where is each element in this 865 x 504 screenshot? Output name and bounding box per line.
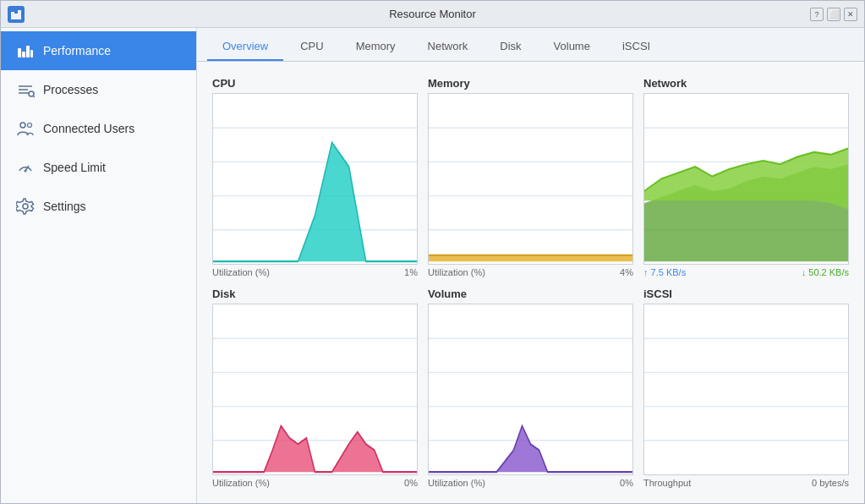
svg-point-13	[28, 123, 32, 128]
main-container: Performance Processes	[1, 28, 864, 503]
sidebar-label-connected-users: Connected Users	[43, 122, 134, 135]
network-panel: Network ↑ 7	[643, 77, 849, 277]
disk-title: Disk	[212, 288, 418, 300]
network-stats: ↑ 7.5 KB/s ↓ 50.2 KB/s	[643, 267, 849, 277]
network-stat-down: ↓ 50.2 KB/s	[802, 267, 849, 277]
sidebar-label-speed-limit: Speed Limit	[43, 161, 106, 174]
svg-rect-1	[14, 14, 18, 19]
memory-footer: Utilization (%) 4%	[428, 267, 633, 277]
svg-point-16	[23, 204, 28, 209]
memory-panel: Memory Utilization (%) 4%	[428, 77, 633, 277]
gear-icon	[16, 197, 35, 216]
volume-title: Volume	[428, 288, 633, 300]
app-icon	[8, 6, 25, 23]
restore-button[interactable]: ⬜	[827, 8, 840, 21]
minimize-button[interactable]: ?	[810, 8, 824, 21]
svg-marker-32	[644, 149, 848, 210]
sidebar-label-settings: Settings	[43, 200, 86, 213]
memory-footer-label: Utilization (%)	[428, 267, 485, 277]
disk-footer-value: 0%	[404, 478, 418, 488]
close-button[interactable]: ✕	[844, 8, 857, 21]
svg-rect-5	[26, 46, 30, 58]
sidebar-item-performance[interactable]: Performance	[1, 31, 196, 70]
cpu-footer-label: Utilization (%)	[212, 267, 270, 277]
sidebar-item-processes[interactable]: Processes	[1, 70, 196, 109]
memory-chart	[428, 93, 633, 265]
tab-disk[interactable]: Disk	[485, 33, 536, 61]
svg-rect-0	[11, 12, 14, 19]
svg-rect-3	[18, 48, 21, 58]
volume-panel: Volume Utilization (%) 0%	[428, 288, 633, 488]
svg-marker-37	[213, 426, 417, 473]
tab-cpu[interactable]: CPU	[285, 33, 338, 61]
speed-icon	[16, 158, 35, 177]
sidebar-item-connected-users[interactable]: Connected Users	[1, 109, 196, 148]
memory-title: Memory	[428, 77, 633, 90]
window-controls[interactable]: ? ⬜ ✕	[810, 8, 857, 21]
sidebar-item-speed-limit[interactable]: Speed Limit	[1, 148, 196, 187]
iscsi-footer: Throughput 0 bytes/s	[643, 478, 849, 488]
network-chart	[643, 93, 849, 265]
volume-chart	[428, 304, 633, 475]
iscsi-panel: iSCSI Throughput 0 bytes/s	[643, 288, 849, 488]
charts-container: CPU Utilization (%) 1%	[197, 62, 864, 503]
iscsi-chart	[643, 304, 849, 475]
processes-icon	[16, 80, 35, 99]
disk-footer: Utilization (%) 0%	[212, 478, 418, 488]
iscsi-footer-value: 0 bytes/s	[812, 478, 849, 488]
svg-marker-21	[213, 142, 417, 261]
iscsi-title: iSCSI	[643, 288, 849, 300]
chart-icon	[16, 41, 35, 60]
svg-marker-42	[429, 426, 632, 473]
svg-rect-4	[22, 52, 25, 58]
cpu-chart	[212, 93, 418, 265]
tab-volume[interactable]: Volume	[539, 33, 605, 61]
volume-footer-value: 0%	[620, 478, 633, 488]
tab-overview[interactable]: Overview	[207, 33, 283, 61]
tab-memory[interactable]: Memory	[341, 33, 411, 61]
users-icon	[16, 119, 35, 138]
sidebar-item-settings[interactable]: Settings	[1, 187, 196, 226]
svg-point-12	[20, 123, 25, 128]
svg-rect-6	[30, 50, 33, 58]
disk-chart	[212, 304, 418, 475]
iscsi-footer-label: Throughput	[643, 478, 691, 488]
titlebar: Resource Monitor ? ⬜ ✕	[1, 1, 864, 28]
titlebar-left	[8, 6, 25, 23]
tab-network[interactable]: Network	[413, 33, 484, 61]
cpu-panel: CPU Utilization (%) 1%	[212, 77, 418, 277]
sidebar-label-performance: Performance	[43, 44, 111, 58]
volume-footer-label: Utilization (%)	[428, 478, 485, 488]
volume-footer: Utilization (%) 0%	[428, 478, 633, 488]
network-title: Network	[643, 77, 849, 90]
network-stat-up: ↑ 7.5 KB/s	[643, 267, 686, 277]
tab-iscsi[interactable]: iSCSI	[607, 33, 665, 61]
svg-line-11	[33, 96, 35, 97]
cpu-footer: Utilization (%) 1%	[212, 267, 418, 277]
svg-rect-2	[18, 10, 21, 19]
disk-panel: Disk Utilization (%) 0%	[212, 288, 418, 488]
tabs-bar: Overview CPU Memory Network Disk Volume …	[197, 28, 864, 62]
content-area: Overview CPU Memory Network Disk Volume …	[197, 28, 864, 503]
memory-footer-value: 4%	[620, 267, 633, 277]
disk-footer-label: Utilization (%)	[212, 478, 270, 488]
window-title: Resource Monitor	[389, 8, 476, 20]
cpu-footer-value: 1%	[404, 267, 418, 277]
cpu-title: CPU	[212, 77, 418, 90]
sidebar-label-processes: Processes	[43, 83, 98, 96]
sidebar: Performance Processes	[1, 28, 197, 503]
svg-point-15	[25, 170, 27, 173]
